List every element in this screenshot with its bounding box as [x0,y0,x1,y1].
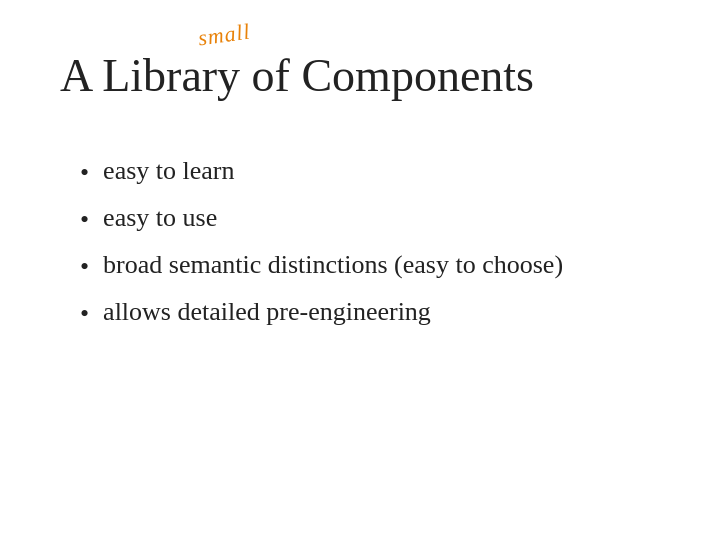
list-item: •allows detailed pre-engineering [80,294,660,331]
list-item: •broad semantic distinctions (easy to ch… [80,247,660,284]
bullet-list: •easy to learn•easy to use•broad semanti… [60,153,660,341]
bullet-dot: • [80,202,89,237]
list-item: •easy to use [80,200,660,237]
bullet-dot: • [80,155,89,190]
list-item-text: easy to learn [103,153,234,188]
list-item-text: allows detailed pre-engineering [103,294,431,329]
list-item: •easy to learn [80,153,660,190]
slide-title: A Library of Components [60,50,660,103]
list-item-text: broad semantic distinctions (easy to cho… [103,247,563,282]
slide-header: small A Library of Components [60,40,660,103]
bullet-dot: • [80,249,89,284]
title-rest: Library of Components [91,50,534,101]
bullet-dot: • [80,296,89,331]
title-a: A [60,50,91,101]
list-item-text: easy to use [103,200,217,235]
slide: small A Library of Components •easy to l… [0,0,720,540]
small-label: small [196,18,252,51]
